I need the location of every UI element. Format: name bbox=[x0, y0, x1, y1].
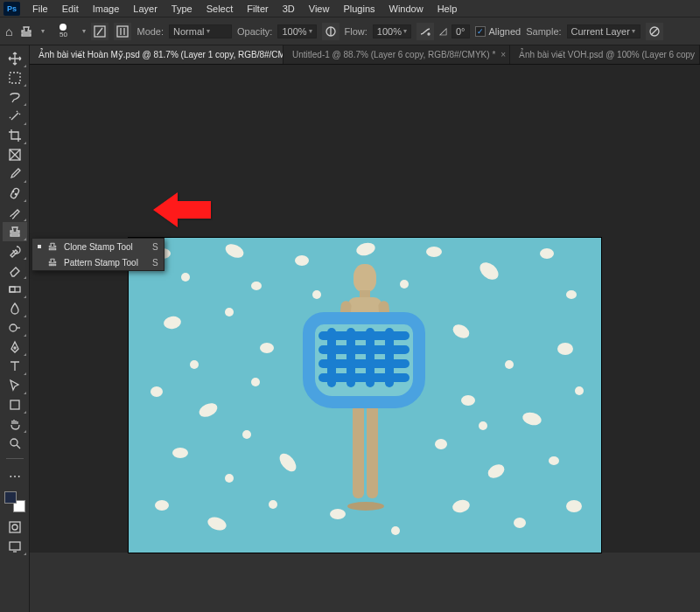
brush-dot-icon bbox=[60, 24, 66, 31]
flyout-shortcut: S bbox=[144, 258, 158, 268]
stamp-tool-indicator-icon bbox=[18, 23, 35, 40]
clone-stamp-icon bbox=[46, 241, 59, 252]
svg-point-3 bbox=[428, 33, 430, 35]
menu-help[interactable]: Help bbox=[430, 2, 465, 16]
tab-document-3[interactable]: Ảnh bài viết VOH.psd @ 100% (Layer 6 cop… bbox=[510, 45, 700, 64]
svg-marker-20 bbox=[153, 192, 211, 227]
type-tool[interactable] bbox=[3, 357, 27, 376]
zoom-tool[interactable] bbox=[3, 434, 27, 453]
svg-rect-16 bbox=[10, 522, 20, 532]
stamp-tool[interactable] bbox=[3, 222, 27, 241]
sample-value: Current Layer bbox=[571, 26, 630, 37]
svg-rect-1 bbox=[117, 26, 128, 37]
mode-select[interactable]: Normal ▾ bbox=[169, 24, 232, 38]
airbrush-button[interactable] bbox=[416, 23, 434, 40]
svg-rect-14 bbox=[10, 400, 19, 409]
menu-layer[interactable]: Layer bbox=[126, 2, 164, 16]
marquee-tool[interactable] bbox=[3, 68, 27, 87]
tool-preset-chevron-icon[interactable]: ▾ bbox=[41, 27, 45, 35]
angle-icon: ◿ bbox=[439, 25, 446, 37]
ignore-adjustment-button[interactable] bbox=[646, 23, 663, 40]
intestine-overlay bbox=[303, 312, 425, 408]
pen-tool[interactable] bbox=[3, 337, 27, 357]
sample-label: Sample: bbox=[526, 26, 561, 37]
menu-edit[interactable]: Edit bbox=[55, 2, 86, 16]
menu-filter[interactable]: Filter bbox=[240, 2, 275, 16]
brush-preset-chevron-icon[interactable]: ▾ bbox=[82, 27, 86, 35]
svg-rect-19 bbox=[49, 248, 56, 250]
flow-value: 100% bbox=[377, 26, 402, 37]
wand-tool[interactable] bbox=[3, 107, 27, 126]
opacity-field[interactable]: 100% ▾ bbox=[277, 24, 316, 38]
menu-window[interactable]: Window bbox=[382, 2, 430, 16]
close-icon[interactable]: × bbox=[500, 50, 506, 59]
edit-toolbar-button[interactable]: ⋯ bbox=[3, 467, 27, 486]
tab-label: Ảnh bài viết VOH.psd @ 100% (Layer 6 cop… bbox=[519, 50, 695, 59]
eyedropper-tool[interactable] bbox=[3, 164, 27, 184]
crop-tool[interactable] bbox=[3, 126, 27, 145]
annotation-arrow bbox=[153, 188, 214, 233]
tools-panel: ⋯ bbox=[0, 45, 30, 612]
foreground-swatch[interactable] bbox=[4, 491, 17, 504]
hand-tool[interactable] bbox=[3, 414, 27, 434]
chevron-down-icon: ▾ bbox=[206, 27, 210, 35]
sample-select[interactable]: Current Layer ▾ bbox=[567, 24, 640, 38]
document-canvas[interactable] bbox=[129, 238, 601, 553]
brush-tool[interactable] bbox=[3, 203, 27, 222]
opacity-label: Opacity: bbox=[237, 26, 272, 37]
flow-field[interactable]: 100% ▾ bbox=[373, 24, 411, 38]
chevron-down-icon: ▾ bbox=[632, 27, 635, 35]
mode-label: Mode: bbox=[136, 26, 164, 37]
brush-preset-picker[interactable]: 50 bbox=[50, 18, 76, 45]
lasso-tool[interactable] bbox=[3, 87, 27, 107]
flyout-pattern-stamp[interactable]: Pattern Stamp Tool S bbox=[32, 254, 164, 270]
flyout-shortcut: S bbox=[144, 242, 158, 252]
flow-label: Flow: bbox=[345, 26, 368, 37]
eraser-tool[interactable] bbox=[3, 261, 27, 280]
blur-tool[interactable] bbox=[3, 299, 27, 318]
shape-tool[interactable] bbox=[3, 395, 27, 414]
healing-tool[interactable] bbox=[3, 184, 27, 203]
gradient-tool[interactable] bbox=[3, 280, 27, 299]
options-bar: ⌂ ▾ 50 ▾ Mode: Normal ▾ Opacity: 100% ▾ … bbox=[0, 17, 700, 45]
aligned-checkbox[interactable]: ✓ Aligned bbox=[475, 26, 522, 37]
tab-document-1[interactable]: Ảnh bài viết Hoàn Mỹ.psd @ 81.7% (Layer … bbox=[30, 45, 284, 64]
menu-file[interactable]: File bbox=[25, 2, 55, 16]
document-tabs: Ảnh bài viết Hoàn Mỹ.psd @ 81.7% (Layer … bbox=[30, 45, 700, 65]
screenmode-button[interactable] bbox=[3, 537, 27, 556]
selected-dot-icon bbox=[38, 245, 41, 248]
pressure-opacity-button[interactable] bbox=[322, 23, 340, 40]
dodge-tool[interactable] bbox=[3, 318, 27, 337]
tab-document-2[interactable]: Untitled-1 @ 88.7% (Layer 6 copy, RGB/8#… bbox=[284, 45, 510, 64]
brush-settings-button[interactable] bbox=[114, 23, 131, 40]
svg-rect-5 bbox=[10, 73, 20, 83]
app-logo: Ps bbox=[4, 2, 20, 16]
menu-3d[interactable]: 3D bbox=[276, 2, 302, 16]
color-swatches[interactable] bbox=[4, 491, 25, 512]
flyout-item-label: Pattern Stamp Tool bbox=[64, 258, 138, 268]
quickmask-button[interactable] bbox=[3, 518, 27, 537]
menu-image[interactable]: Image bbox=[86, 2, 127, 16]
path-select-tool[interactable] bbox=[3, 376, 27, 395]
frame-tool[interactable] bbox=[3, 145, 27, 164]
tab-label: Untitled-1 @ 88.7% (Layer 6 copy, RGB/8#… bbox=[292, 50, 495, 59]
menu-type[interactable]: Type bbox=[164, 2, 200, 16]
menu-plugins[interactable]: Plugins bbox=[336, 2, 382, 16]
angle-value: 0° bbox=[456, 26, 466, 37]
angle-field[interactable]: 0° bbox=[452, 24, 470, 38]
history-brush-tool[interactable] bbox=[3, 241, 27, 261]
menu-view[interactable]: View bbox=[302, 2, 337, 16]
menu-select[interactable]: Select bbox=[200, 2, 241, 16]
flyout-clone-stamp[interactable]: Clone Stamp Tool S bbox=[32, 239, 164, 254]
svg-rect-11 bbox=[10, 287, 15, 292]
svg-point-9 bbox=[15, 193, 16, 194]
home-icon[interactable]: ⌂ bbox=[5, 24, 12, 38]
mode-value: Normal bbox=[173, 26, 204, 37]
stamp-tool-flyout: Clone Stamp Tool S Pattern Stamp Tool S bbox=[32, 238, 164, 271]
opacity-value: 100% bbox=[282, 26, 306, 37]
move-tool[interactable] bbox=[3, 49, 27, 68]
svg-point-15 bbox=[10, 439, 18, 446]
svg-rect-18 bbox=[10, 542, 20, 550]
brush-panel-button[interactable] bbox=[91, 23, 108, 40]
checkbox-icon: ✓ bbox=[475, 26, 486, 37]
